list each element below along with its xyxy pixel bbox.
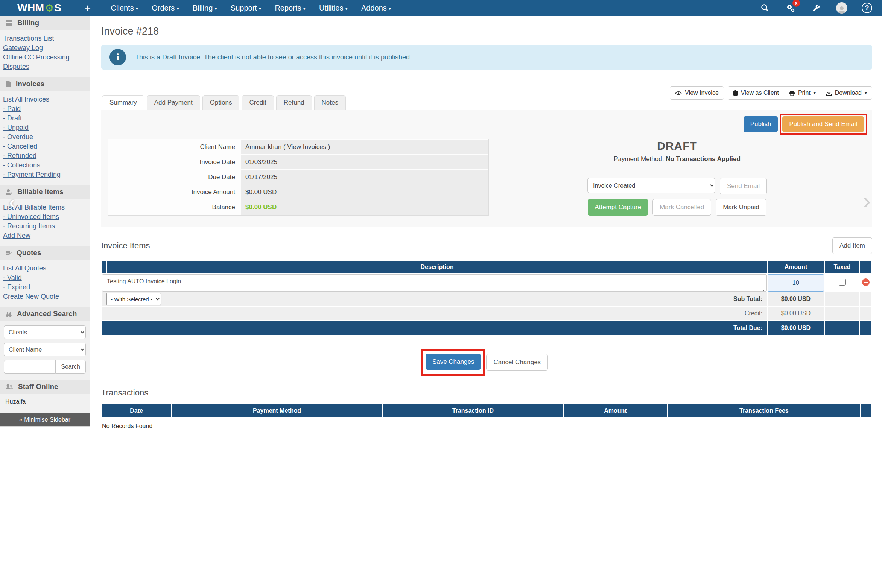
- item-description-input[interactable]: Testing AUTO Invoice Login: [102, 274, 767, 292]
- notification-badge: x: [792, 0, 800, 7]
- trans-header-transaction-id: Transaction ID: [383, 404, 563, 417]
- sidebar-link[interactable]: - Cancelled: [3, 142, 87, 151]
- tab-credit[interactable]: Credit: [242, 95, 274, 110]
- item-amount-input[interactable]: [768, 274, 824, 292]
- staff-online-icon: [5, 384, 14, 390]
- no-records-text: No Records Found: [101, 418, 872, 436]
- whmcs-logo[interactable]: WHM⚙S: [17, 2, 61, 14]
- chevron-down-icon: ▾: [136, 6, 138, 11]
- mark-cancelled-button[interactable]: Mark Cancelled: [652, 199, 711, 216]
- sidebar-link[interactable]: List All Billable Items: [3, 203, 87, 212]
- items-header-description: Description: [107, 261, 767, 273]
- print-button[interactable]: Print ▾: [784, 86, 821, 100]
- sidebar-link[interactable]: List All Quotes: [3, 264, 87, 273]
- main-menu: Clients▾ Orders▾ Billing▾ Support▾ Repor…: [106, 2, 397, 15]
- minimise-sidebar-button[interactable]: « Minimise Sidebar: [0, 413, 90, 426]
- client-name-value: Ammar khan ( View Invoices ): [241, 140, 488, 154]
- logo-text: WHM: [17, 2, 44, 14]
- remove-item-icon[interactable]: [862, 278, 870, 286]
- attempt-capture-button[interactable]: Attempt Capture: [588, 199, 648, 216]
- sidebar-link[interactable]: - Overdue: [3, 132, 87, 142]
- summary-panel: Publish Publish and Send Email Client Na…: [101, 110, 872, 227]
- quick-add-button[interactable]: +: [85, 2, 90, 14]
- with-selected-select[interactable]: - With Selected -: [106, 293, 161, 305]
- item-taxed-checkbox[interactable]: [839, 279, 846, 286]
- mark-unpaid-button[interactable]: Mark Unpaid: [716, 199, 766, 216]
- invoice-items-heading: Invoice Items: [101, 241, 150, 251]
- sidebar-link[interactable]: List All Invoices: [3, 95, 87, 104]
- menu-addons[interactable]: Addons▾: [356, 2, 396, 15]
- sidebar-link[interactable]: - Paid: [3, 104, 87, 114]
- tab-refund[interactable]: Refund: [276, 95, 312, 110]
- sidebar-link[interactable]: - Draft: [3, 114, 87, 123]
- tools-wrench-icon[interactable]: [811, 2, 822, 14]
- sidebar-section-invoices[interactable]: Invoices: [0, 77, 90, 91]
- add-item-button[interactable]: Add Item: [832, 237, 872, 254]
- sidebar-section-advanced-search[interactable]: Advanced Search: [0, 307, 90, 321]
- balance-value: $0.00 USD: [241, 200, 488, 215]
- sidebar-link[interactable]: - Expired: [3, 283, 87, 292]
- user-avatar[interactable]: [836, 2, 847, 14]
- email-template-select[interactable]: Invoice Created: [587, 178, 715, 193]
- transactions-table: Date Payment Method Transaction ID Amoun…: [101, 404, 872, 418]
- top-navbar: WHM⚙S + Clients▾ Orders▾ Billing▾ Suppor…: [0, 0, 882, 16]
- advanced-search-type-select[interactable]: Clients: [4, 325, 86, 339]
- send-email-button[interactable]: Send Email: [720, 178, 767, 194]
- sidebar-link[interactable]: Gateway Log: [3, 43, 87, 53]
- view-as-client-button[interactable]: View as Client: [728, 86, 784, 100]
- automation-status-icon[interactable]: x: [785, 2, 796, 14]
- advanced-search-field-select[interactable]: Client Name: [4, 343, 86, 356]
- payment-method-value: No Transactions Applied: [666, 155, 741, 163]
- total-due-label: Total Due:: [102, 321, 767, 335]
- publish-button[interactable]: Publish: [744, 116, 778, 132]
- sidebar-link[interactable]: Transactions List: [3, 34, 87, 43]
- help-icon[interactable]: ?: [862, 3, 872, 13]
- billing-icon: [5, 20, 13, 26]
- search-icon[interactable]: [759, 2, 771, 14]
- sidebar-link[interactable]: - Uninvoiced Items: [3, 212, 87, 222]
- sidebar-link[interactable]: Offline CC Processing: [3, 53, 87, 62]
- sidebar-link[interactable]: - Recurring Items: [3, 222, 87, 231]
- sidebar-link[interactable]: - Collections: [3, 161, 87, 170]
- summary-label: Balance: [109, 200, 240, 215]
- sidebar-link[interactable]: - Unpaid: [3, 123, 87, 132]
- view-invoice-button[interactable]: View Invoice: [670, 86, 724, 100]
- tab-summary[interactable]: Summary: [102, 95, 144, 110]
- summary-label: Invoice Date: [109, 155, 240, 169]
- summary-label: Client Name: [109, 140, 240, 154]
- draft-notice-text: This is a Draft Invoice. The client is n…: [135, 53, 412, 61]
- tab-notes[interactable]: Notes: [314, 95, 346, 110]
- publish-send-email-button[interactable]: Publish and Send Email: [782, 116, 864, 132]
- menu-support[interactable]: Support▾: [225, 2, 267, 15]
- sidebar-link[interactable]: - Payment Pending: [3, 170, 87, 179]
- sidebar-section-billing[interactable]: Billing: [0, 16, 90, 30]
- sidebar-link[interactable]: Disputes: [3, 62, 87, 71]
- menu-billing[interactable]: Billing▾: [187, 2, 222, 15]
- sidebar-link[interactable]: - Refunded: [3, 151, 87, 161]
- total-due-value: $0.00 USD: [768, 321, 824, 335]
- trans-header-date: Date: [102, 404, 171, 417]
- next-invoice-chevron[interactable]: ›: [863, 188, 871, 213]
- sidebar-link[interactable]: Create New Quote: [3, 292, 87, 301]
- quotes-icon: [5, 250, 12, 256]
- advanced-search-input[interactable]: [4, 360, 56, 374]
- subtotal-row: - With Selected - Sub Total: $0.00 USD: [102, 292, 871, 306]
- sidebar-link[interactable]: - Valid: [3, 273, 87, 283]
- download-button[interactable]: Download ▾: [821, 86, 872, 100]
- tab-options[interactable]: Options: [202, 95, 240, 110]
- menu-reports[interactable]: Reports▾: [269, 2, 311, 15]
- binoculars-icon: [5, 311, 12, 317]
- menu-orders[interactable]: Orders▾: [146, 2, 184, 15]
- sidebar-section-billable-items[interactable]: Billable Items: [0, 185, 90, 199]
- sidebar-section-staff-online[interactable]: Staff Online: [0, 380, 90, 394]
- menu-utilities[interactable]: Utilities▾: [314, 2, 353, 15]
- billable-items-icon: [5, 189, 13, 195]
- tab-add-payment[interactable]: Add Payment: [147, 95, 200, 110]
- cancel-changes-button[interactable]: Cancel Changes: [486, 354, 548, 371]
- sidebar-section-quotes[interactable]: Quotes: [0, 246, 90, 260]
- advanced-search-button[interactable]: Search: [56, 360, 86, 374]
- total-due-row: Total Due: $0.00 USD: [102, 321, 871, 335]
- sidebar-link[interactable]: Add New: [3, 231, 87, 240]
- menu-clients[interactable]: Clients▾: [106, 2, 144, 15]
- save-changes-button[interactable]: Save Changes: [426, 354, 481, 370]
